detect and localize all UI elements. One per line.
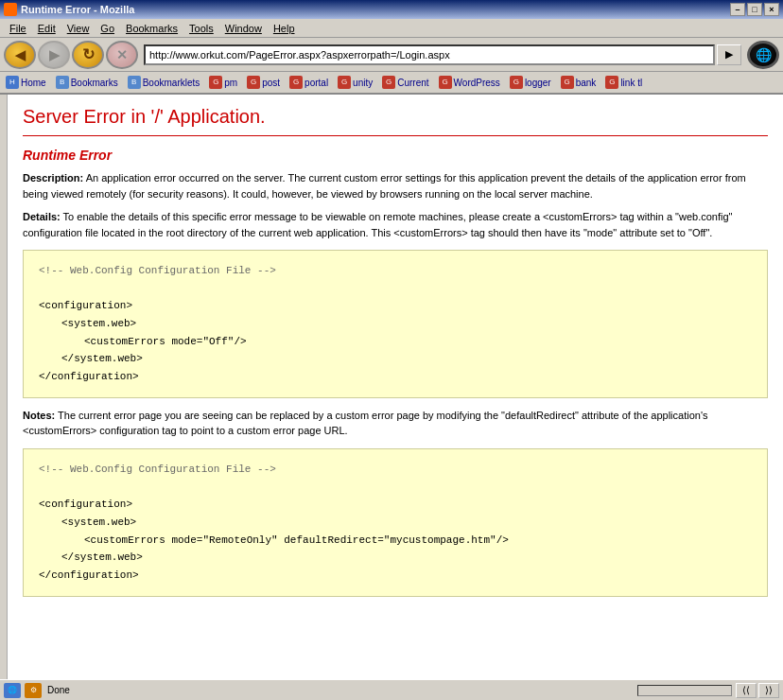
bookmark-bank[interactable]: G bank — [557, 74, 600, 91]
bookmarklets-icon: B — [128, 76, 141, 89]
bank-icon: G — [561, 76, 574, 89]
wordpress-icon: G — [439, 76, 452, 89]
address-input[interactable] — [144, 44, 715, 65]
code1-line3: <configuration> — [39, 297, 752, 315]
status-bar: 🌐 ⚙ Done ⟨⟨ ⟩⟩ — [0, 679, 783, 700]
code1-line6: </system.web> — [61, 350, 752, 368]
code2-line7: </configuration> — [39, 567, 752, 585]
minimize-button[interactable]: – — [730, 3, 745, 16]
notes-text: The current error page you are seeing ca… — [23, 410, 708, 437]
forward-button[interactable]: ▶ — [38, 41, 70, 69]
code-block-1: <!-- Web.Config Configuration File --> <… — [23, 250, 768, 398]
code2-line6: </system.web> — [61, 549, 752, 567]
menu-bar: File Edit View Go Bookmarks Tools Window… — [0, 19, 783, 38]
code1-line2 — [39, 280, 752, 298]
bookmark-post[interactable]: G post — [243, 74, 284, 91]
home-icon: H — [6, 76, 19, 89]
description-block: Description: An application error occurr… — [23, 170, 768, 201]
progress-bar — [637, 685, 732, 696]
code2-line2 — [39, 479, 752, 497]
logger-icon: G — [510, 76, 523, 89]
bookmark-logger[interactable]: G logger — [506, 74, 555, 91]
code1-line1: <!-- Web.Config Configuration File --> — [39, 262, 752, 280]
progress-area: ⟨⟨ ⟩⟩ — [637, 683, 779, 698]
toolbar: ◀ ▶ ↻ ✕ ▶ 🌐 — [0, 38, 783, 72]
status-icon-2: ⚙ — [25, 683, 42, 698]
portal-icon: G — [289, 76, 303, 89]
bookmarks-icon: B — [56, 76, 69, 89]
sidebar-indicator — [0, 95, 8, 679]
bookmark-pm[interactable]: G pm — [205, 74, 241, 91]
bookmark-portal[interactable]: G portal — [286, 74, 332, 91]
bookmark-link-tl[interactable]: G link tl — [601, 74, 646, 91]
code-block-2: <!-- Web.Config Configuration File --> <… — [23, 448, 768, 597]
title-bar-title: Runtime Error - Mozilla — [21, 4, 730, 15]
bookmarks-bar: H Home B Bookmarks B Bookmarklets G pm G… — [0, 72, 783, 95]
current-icon: G — [382, 76, 395, 89]
back-button[interactable]: ◀ — [4, 41, 36, 69]
next-page-button[interactable]: ⟩⟩ — [758, 683, 779, 698]
prev-page-button[interactable]: ⟨⟨ — [736, 683, 757, 698]
stop-button[interactable]: ✕ — [106, 41, 138, 69]
code1-line5: <customErrors mode="Off"/> — [84, 333, 752, 351]
refresh-button[interactable]: ↻ — [72, 41, 104, 69]
status-icon-1: 🌐 — [4, 683, 21, 698]
content-area: Server Error in '/' Application. Runtime… — [8, 95, 783, 679]
address-bar-wrap: ▶ — [144, 44, 741, 65]
runtime-error-heading: Runtime Error — [23, 148, 768, 163]
menu-go[interactable]: Go — [95, 21, 120, 36]
details-label: Details: — [23, 211, 61, 222]
pm-icon: G — [209, 76, 222, 89]
notes-label: Notes: — [23, 410, 55, 421]
status-icons: 🌐 ⚙ — [4, 683, 42, 698]
menu-file[interactable]: File — [4, 21, 32, 36]
bookmark-bookmarks[interactable]: B Bookmarks — [52, 74, 122, 91]
code1-line4: <system.web> — [61, 315, 752, 333]
go-button[interactable]: ▶ — [717, 44, 741, 65]
code2-line4: <system.web> — [61, 514, 752, 532]
maximize-button[interactable]: □ — [747, 3, 762, 16]
menu-bookmarks[interactable]: Bookmarks — [120, 21, 183, 36]
title-bar: Runtime Error - Mozilla – □ × — [0, 0, 783, 19]
error-title: Server Error in '/' Application. — [23, 106, 768, 136]
menu-window[interactable]: Window — [219, 21, 268, 36]
code2-line1: <!-- Web.Config Configuration File --> — [39, 461, 752, 479]
description-text: An application error occurred on the ser… — [23, 172, 746, 200]
link-tl-icon: G — [605, 76, 618, 89]
bookmark-wordpress[interactable]: G WordPress — [435, 74, 504, 91]
unity-icon: G — [338, 76, 351, 89]
bookmark-current[interactable]: G Current — [378, 74, 432, 91]
status-text: Done — [42, 685, 637, 695]
menu-tools[interactable]: Tools — [183, 21, 219, 36]
description-label: Description: — [23, 172, 83, 184]
code2-line5: <customErrors mode="RemoteOnly" defaultR… — [84, 532, 752, 550]
nav-arrows: ⟨⟨ ⟩⟩ — [736, 683, 779, 698]
bookmark-home[interactable]: H Home — [2, 74, 50, 91]
notes-block: Notes: The current error page you are se… — [23, 408, 768, 439]
code1-line7: </configuration> — [39, 368, 752, 386]
code2-line3: <configuration> — [39, 496, 752, 514]
post-icon: G — [247, 76, 260, 89]
bookmark-unity[interactable]: G unity — [334, 74, 376, 91]
menu-view[interactable]: View — [61, 21, 96, 36]
bookmark-bookmarklets[interactable]: B Bookmarklets — [124, 74, 204, 91]
title-bar-buttons: – □ × — [730, 3, 779, 16]
details-block: Details: To enable the details of this s… — [23, 209, 768, 240]
title-bar-icon — [4, 3, 17, 16]
globe-button[interactable]: 🌐 — [747, 41, 779, 69]
menu-help[interactable]: Help — [268, 21, 301, 36]
details-text: To enable the details of this specific e… — [23, 211, 733, 238]
close-button[interactable]: × — [764, 3, 779, 16]
menu-edit[interactable]: Edit — [32, 21, 61, 36]
